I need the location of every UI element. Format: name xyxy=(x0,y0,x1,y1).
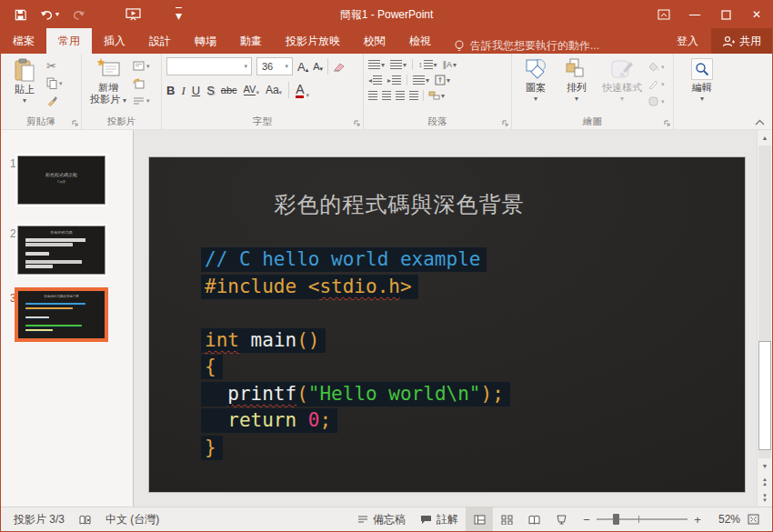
font-name-combo[interactable]: ▾ xyxy=(166,57,252,75)
align-left-button[interactable] xyxy=(368,91,377,101)
numbering-button[interactable]: ▾ xyxy=(390,60,407,70)
scroll-down-icon[interactable]: ▼ xyxy=(758,458,772,474)
thumbnail-image[interactable]: 彩色的程式碼 xyxy=(17,226,105,275)
editing-button[interactable]: 編輯 ▾ xyxy=(683,56,721,114)
start-slideshow-button[interactable] xyxy=(125,8,141,21)
thumbnail-slide-3-selected[interactable]: 3 彩色的程式碼與深色背景 xyxy=(1,290,105,339)
drawing-dialog-launcher[interactable] xyxy=(664,120,671,127)
decrease-font-size-button[interactable]: A▾ xyxy=(313,62,323,72)
format-painter-button[interactable] xyxy=(46,94,63,107)
font-dialog-launcher[interactable] xyxy=(354,120,361,127)
close-button[interactable]: ✕ xyxy=(741,1,772,28)
align-right-button[interactable] xyxy=(396,91,405,101)
align-text-button[interactable]: ▾ xyxy=(435,75,450,85)
increase-font-size-button[interactable]: A▴ xyxy=(297,61,308,73)
scrollbar-thumb[interactable] xyxy=(758,341,771,450)
slide-code[interactable]: // C hello world example#include <stdio.… xyxy=(201,248,510,463)
change-case-button[interactable]: Aa▾ xyxy=(266,85,282,95)
zoom-control: − + xyxy=(575,513,709,527)
thumbnail-slide-2[interactable]: 2 彩色的程式碼 xyxy=(1,226,105,275)
section-button[interactable]: ▾ xyxy=(133,94,150,107)
zoom-slider-thumb[interactable] xyxy=(613,514,619,525)
underline-button[interactable]: U xyxy=(192,85,200,96)
pencil-icon xyxy=(648,79,659,89)
increase-indent-button[interactable]: ▸ xyxy=(387,75,401,85)
clipboard-dialog-launcher[interactable] xyxy=(72,120,79,127)
scrollbar-track[interactable] xyxy=(758,146,771,458)
maximize-button[interactable] xyxy=(710,1,741,28)
quick-access-toolbar: ▾ ▾ xyxy=(1,7,182,22)
layout-button[interactable]: ▾ xyxy=(133,59,150,73)
text-direction-button[interactable]: ∥A▾ xyxy=(443,60,457,69)
undo-dropdown-icon[interactable]: ▾ xyxy=(55,11,59,18)
font-size-combo[interactable]: 36▾ xyxy=(256,57,293,75)
comments-button[interactable]: 註解 xyxy=(413,507,466,531)
spell-check-button[interactable] xyxy=(72,507,98,531)
undo-button[interactable]: ▾ xyxy=(40,9,59,21)
thumbnail-image[interactable]: 彩色程式碼示範 C 語言 xyxy=(17,156,105,205)
collapse-ribbon-button[interactable] xyxy=(755,119,765,125)
scroll-up-icon[interactable]: ▲ xyxy=(758,130,772,146)
next-slide-button[interactable]: ▼▼ xyxy=(758,490,772,507)
zoom-out-button[interactable]: − xyxy=(582,513,591,527)
slide-position-indicator[interactable]: 投影片 3/3 xyxy=(6,507,72,531)
slide-show-view-button[interactable] xyxy=(547,507,575,531)
vertical-scrollbar[interactable]: ▲ ▼ ▲▲ ▼▼ xyxy=(757,130,772,507)
zoom-slider[interactable] xyxy=(597,518,688,520)
clear-formatting-button[interactable] xyxy=(333,61,345,72)
zoom-percentage[interactable]: 52% xyxy=(709,513,740,526)
justify-button[interactable] xyxy=(409,91,418,101)
columns-button[interactable]: ▾ xyxy=(413,75,429,85)
tell-me-box[interactable]: 告訴我您想要執行的動作... xyxy=(443,38,610,54)
ribbon-display-options-icon[interactable] xyxy=(648,1,679,28)
align-center-button[interactable] xyxy=(382,91,391,101)
thumbnail-slide-1[interactable]: 1 彩色程式碼示範 C 語言 xyxy=(1,156,105,205)
sign-in-button[interactable]: 登入 xyxy=(664,28,711,54)
customize-qat-icon[interactable]: ▾ xyxy=(176,7,182,22)
slide-editor-canvas[interactable]: 彩色的程式碼與深色背景 // C hello world example#inc… xyxy=(134,130,757,507)
paste-button[interactable]: 貼上 ▾ xyxy=(5,56,44,114)
minimize-button[interactable]: — xyxy=(679,1,710,28)
tab-design[interactable]: 設計 xyxy=(137,28,183,54)
font-color-button[interactable]: A▾ xyxy=(296,83,309,98)
share-button[interactable]: 共用 xyxy=(711,28,772,54)
strikethrough-button[interactable]: abc xyxy=(221,85,237,95)
notes-button[interactable]: 備忘稿 xyxy=(350,507,413,531)
bullets-button[interactable]: ▾ xyxy=(368,60,385,70)
language-indicator[interactable]: 中文 (台灣) xyxy=(98,507,166,531)
tab-insert[interactable]: 插入 xyxy=(92,28,137,54)
tab-slideshow[interactable]: 投影片放映 xyxy=(274,28,352,54)
tab-home[interactable]: 常用 xyxy=(46,28,92,54)
tab-file[interactable]: 檔案 xyxy=(1,28,46,54)
reading-view-button[interactable] xyxy=(520,507,547,531)
reset-slide-button[interactable] xyxy=(133,76,150,90)
new-slide-button[interactable]: 新增 投影片 ▾ xyxy=(86,56,130,114)
thumbnail-image[interactable]: 彩色的程式碼與深色背景 xyxy=(17,290,105,339)
previous-slide-button[interactable]: ▲▲ xyxy=(758,474,772,490)
arrange-button[interactable]: 排列 ▾ xyxy=(557,56,596,114)
decrease-indent-button[interactable]: ◂ xyxy=(368,75,382,85)
cut-button[interactable]: ✂ xyxy=(46,59,63,73)
slide-title[interactable]: 彩色的程式碼與深色背景 xyxy=(149,190,649,219)
bold-button[interactable]: B xyxy=(166,85,175,96)
tab-animations[interactable]: 動畫 xyxy=(228,28,274,54)
fit-slide-to-window-button[interactable] xyxy=(740,507,767,531)
tab-view[interactable]: 檢視 xyxy=(397,28,443,54)
slide-sorter-view-button[interactable] xyxy=(493,507,520,531)
slide[interactable]: 彩色的程式碼與深色背景 // C hello world example#inc… xyxy=(149,157,745,492)
text-shadow-button[interactable]: S xyxy=(206,85,215,96)
character-spacing-button[interactable]: AV▾ xyxy=(244,85,259,95)
tab-transitions[interactable]: 轉場 xyxy=(183,28,228,54)
shapes-button[interactable]: 圖案 ▾ xyxy=(517,56,555,114)
paste-dropdown-icon[interactable]: ▾ xyxy=(23,96,26,105)
normal-view-button[interactable] xyxy=(466,507,493,531)
convert-to-smartart-button[interactable]: ▾ xyxy=(428,90,445,101)
font-size-value: 36 xyxy=(262,61,273,72)
tab-review[interactable]: 校閱 xyxy=(352,28,397,54)
paragraph-dialog-launcher[interactable] xyxy=(502,120,509,127)
copy-button[interactable]: ▾ xyxy=(46,76,63,90)
line-spacing-button[interactable]: ↕▾ xyxy=(418,60,437,70)
save-icon[interactable] xyxy=(14,8,27,22)
zoom-in-button[interactable]: + xyxy=(693,513,702,527)
italic-button[interactable]: I xyxy=(181,85,185,96)
